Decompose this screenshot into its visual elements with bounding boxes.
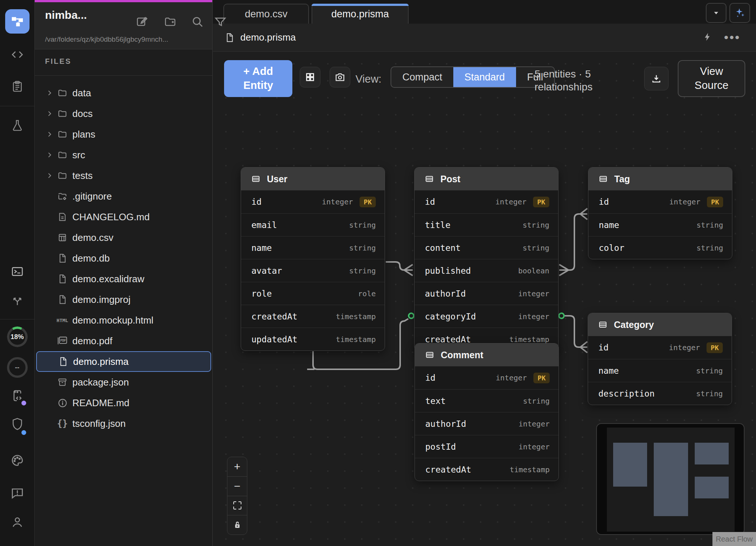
section-divider [35,75,212,76]
sidebar-item-demo-excalidraw[interactable]: demo.excalidraw [36,269,211,289]
search-icon[interactable] [191,15,204,30]
field-row[interactable]: avatarstring [241,259,385,282]
more-options-icon[interactable]: ••• [724,30,740,45]
field-row[interactable]: namestring [241,236,385,259]
field-type: integer [518,312,549,321]
entity-header[interactable]: User [241,167,385,190]
field-row[interactable]: createdAttimestamp [415,458,559,481]
file-label: demo.excalidraw [72,273,144,285]
usage-progress-ring[interactable]: 18% [7,326,28,347]
entity-header[interactable]: Comment [415,343,559,366]
sidebar-item-plans[interactable]: plans [36,124,211,145]
files-section-title: FILES [45,57,72,66]
field-row[interactable]: namestring [588,213,732,236]
entity-header[interactable]: Post [415,167,558,190]
field-row[interactable]: colorstring [588,236,732,259]
sidebar-item-src[interactable]: src [36,145,211,165]
field-row[interactable]: namestring [588,359,732,382]
filter-icon[interactable] [214,15,227,30]
field-row[interactable]: publishedboolean [415,259,558,282]
shield-icon[interactable] [11,417,24,433]
view-mode-compact[interactable]: Compact [391,67,453,87]
field-row[interactable]: postIdinteger [415,435,559,458]
lock-button[interactable] [227,515,247,535]
tab-demo-csv[interactable]: demo.csv [223,4,309,24]
field-row[interactable]: rolerole [241,282,385,305]
field-row[interactable]: authorIdinteger [415,412,559,435]
field-row[interactable]: emailstring [241,213,385,236]
field-row[interactable]: idintegerPK [415,366,559,389]
field-row[interactable]: updatedAttimestamp [241,328,385,350]
zoom-out-button[interactable]: − [227,476,247,496]
snapshot-button[interactable] [330,67,350,87]
view-mode-standard[interactable]: Standard [453,67,516,87]
field-row[interactable]: idintegerPK [588,336,732,359]
field-type: string [523,243,549,252]
feedback-icon[interactable] [11,486,24,501]
sidebar-item-demo-mockup-html[interactable]: HTMLdemo.mockup.html [36,310,211,331]
user-icon[interactable] [11,516,24,530]
field-row[interactable]: createdAttimestamp [241,305,385,328]
sidebar-item-readme[interactable]: README.md [36,393,211,413]
sidebar-item-package-json[interactable]: package.json [36,372,211,393]
field-row[interactable]: idintegerPK [588,190,732,213]
view-source-button[interactable]: ViewSource [678,60,745,97]
sidebar-item-demo-csv[interactable]: demo.csv [36,227,211,248]
field-row[interactable]: descriptionstring [588,382,732,405]
field-row[interactable]: categoryIdinteger [415,305,558,328]
file-label: plans [72,129,95,140]
sidebar-item-changelog[interactable]: CHANGELOG.md [36,207,211,227]
sidebar-item-demo-db[interactable]: demo.db [36,248,211,269]
flask-icon[interactable] [11,119,23,134]
sidebar-item-docs[interactable]: docs [36,103,211,124]
branch-icon[interactable] [11,294,23,308]
add-entity-button[interactable]: + AddEntity [224,60,292,97]
sidebar-item-tsconfig[interactable]: {}tsconfig.json [36,413,211,434]
clipboard-icon[interactable] [11,80,23,94]
braces-icon: {} [56,418,69,429]
entity-header[interactable]: Tag [588,167,732,190]
field-type: boolean [518,266,549,275]
field-row[interactable]: textstring [415,389,559,412]
entity-post[interactable]: Post idintegerPK titlestring contentstri… [414,167,559,351]
field-row[interactable]: idintegerPK [415,190,558,213]
new-file-icon[interactable] [136,15,148,30]
entity-category[interactable]: Category idintegerPK namestring descript… [588,313,732,405]
tab-overflow-button[interactable] [706,3,726,23]
sidebar-item-gitignore[interactable]: .gitignore [36,186,211,207]
secondary-ring[interactable]: -- [7,357,28,378]
field-row[interactable]: authorIdinteger [415,282,558,305]
field-row[interactable]: idintegerPK [241,190,385,213]
code-icon[interactable] [11,49,24,62]
entity-header[interactable]: Category [588,313,732,336]
sidebar-item-data[interactable]: data [36,83,211,103]
zap-icon[interactable] [703,31,712,44]
file-icon [225,32,234,44]
sidebar-item-demo-prisma[interactable]: demo.prisma [36,351,211,372]
zoom-in-button[interactable]: + [227,457,247,476]
entity-comment[interactable]: Comment idintegerPK textstring authorIdi… [415,343,559,481]
svg-text:PDF: PDF [60,339,66,342]
tab-demo-prisma[interactable]: demo.prisma [312,4,409,24]
field-row[interactable]: contentstring [415,236,558,259]
app-logo[interactable] [5,9,30,34]
palette-icon[interactable] [11,454,24,469]
layout-grid-button[interactable] [300,67,320,87]
ai-sparkle-button[interactable] [729,3,750,23]
field-type: integer [669,343,700,352]
minimap[interactable] [596,423,745,535]
new-folder-icon[interactable] [164,15,177,30]
terminal-icon[interactable] [11,266,24,279]
entity-tag[interactable]: Tag idintegerPK namestring colorstring [588,167,732,259]
field-row[interactable]: titlestring [415,213,558,236]
file-header-bar: demo.prisma ••• [213,24,756,52]
file-label: demo.db [72,253,110,264]
sidebar-item-tests[interactable]: tests [36,165,211,186]
field-type: timestamp [336,312,376,321]
sidebar-item-demo-imgproj[interactable]: demo.imgproj [36,289,211,310]
sparkles-icon [734,7,745,18]
entity-user[interactable]: User idintegerPK emailstring namestring … [241,167,385,351]
sidebar-item-demo-pdf[interactable]: PDFdemo.pdf [36,331,211,351]
download-button[interactable] [644,67,669,90]
fit-view-button[interactable] [227,496,247,515]
